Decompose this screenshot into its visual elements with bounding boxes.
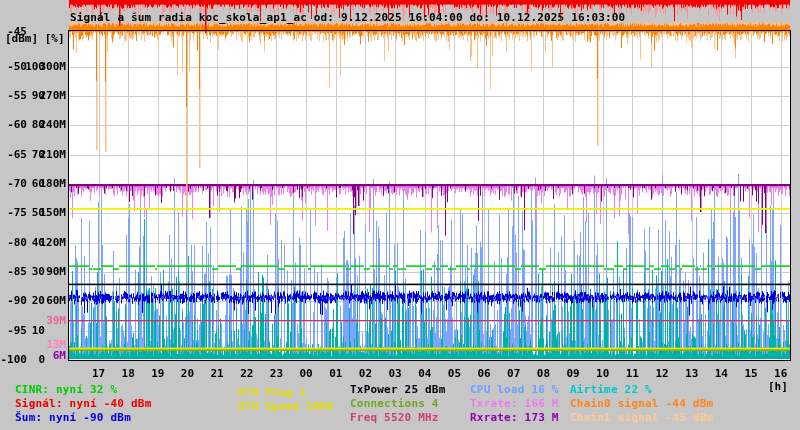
y-tick-dbm: -65: [7, 149, 27, 161]
y-axis-row: -5590270M: [0, 90, 66, 102]
x-tick-hour: 10: [588, 367, 618, 380]
x-tick-hour: 14: [706, 367, 736, 380]
y-axis-rate-marker: 6M: [6, 350, 66, 362]
x-tick-hour: 04: [410, 367, 440, 380]
radio-signal-graph-page: [dBm] [%] -45-50100300M-5590270M-6080240…: [0, 0, 800, 430]
y-tick-pct: 30: [32, 266, 45, 278]
legend-connections: Connections 4: [350, 398, 439, 410]
y-axis-row: -7550150M: [0, 207, 66, 219]
x-tick-hour: 17: [84, 367, 114, 380]
y-tick-dbm: -70: [7, 178, 27, 190]
x-tick-hour: 02: [350, 367, 380, 380]
x-tick-hour: 01: [321, 367, 351, 380]
legend-txrate: Txrate: 166 M: [470, 398, 559, 410]
legend-freq: Freq 5520 MHz: [350, 412, 439, 424]
legend-chain1: Chain1 signal -45 dBm: [570, 412, 713, 424]
x-tick-hour: 21: [202, 367, 232, 380]
y-axis-row: -902060M: [0, 295, 66, 307]
y-tick-mbit: 90M: [46, 266, 66, 278]
x-tick-hour: 13: [677, 367, 707, 380]
legend-signal: Signál: nyní -40 dBm: [15, 398, 151, 410]
x-tick-hour: 12: [647, 367, 677, 380]
legend-eth-speed: ETH Speed 1000: [238, 401, 334, 413]
y-tick-mbit: 60M: [46, 295, 66, 307]
x-tick-hour: 23: [261, 367, 291, 380]
y-axis-row: -50100300M: [0, 61, 66, 73]
x-tick-hour: 07: [499, 367, 529, 380]
y-axis-row: -6080240M: [0, 119, 66, 131]
x-tick-hour: 18: [113, 367, 143, 380]
legend-eth-plug: ETH Plug 1: [238, 387, 306, 399]
y-tick-dbm: -90: [7, 295, 27, 307]
y-tick-pct: 20: [32, 295, 45, 307]
legend-airtime: Airtime 22 %: [570, 384, 652, 396]
x-axis-unit-label: [h]: [768, 380, 788, 393]
x-tick-hour: 08: [528, 367, 558, 380]
y-axis-row: -8040120M: [0, 237, 66, 249]
legend-cinr: CINR: nyní 32 %: [15, 384, 117, 396]
legend-rxrate: Rxrate: 173 M: [470, 412, 559, 424]
y-tick-dbm: -85: [7, 266, 27, 278]
y-axis-row: -45: [0, 26, 66, 38]
y-tick-dbm: -50: [7, 61, 27, 73]
y-tick-mbit: 240M: [40, 119, 67, 131]
y-tick-dbm: -60: [7, 119, 27, 131]
x-tick-hour: 00: [291, 367, 321, 380]
legend-cpu-load: CPU load 16 %: [470, 384, 559, 396]
x-tick-hour: 20: [172, 367, 202, 380]
y-tick-mbit: 300M: [40, 61, 67, 73]
legend-chain0: Chain0 signal -44 dBm: [570, 398, 713, 410]
x-tick-hour: 19: [143, 367, 173, 380]
x-tick-hour: 09: [558, 367, 588, 380]
x-tick-hour: 03: [380, 367, 410, 380]
chart-title: Signál a šum radia koc_skola_ap1_ac od: …: [70, 11, 625, 24]
y-tick-dbm: -80: [7, 237, 27, 249]
legend-noise: Šum: nyní -90 dBm: [15, 412, 131, 424]
y-axis-rate-marker: 39M: [6, 315, 66, 327]
y-tick-mbit: 210M: [40, 149, 67, 161]
y-axis-row: -853090M: [0, 266, 66, 278]
x-tick-hour: 16: [766, 367, 796, 380]
y-tick-dbm: -45: [7, 26, 27, 38]
x-tick-hour: 11: [617, 367, 647, 380]
y-tick-dbm: -75: [7, 207, 27, 219]
y-axis-row: -7060180M: [0, 178, 66, 190]
x-tick-hour: 05: [439, 367, 469, 380]
x-tick-hour: 06: [469, 367, 499, 380]
y-axis-row: -6570210M: [0, 149, 66, 161]
y-tick-mbit: 180M: [40, 178, 67, 190]
y-tick-dbm: -55: [7, 90, 27, 102]
y-tick-mbit: 270M: [40, 90, 67, 102]
signal-noise-chart-canvas: [0, 0, 800, 430]
y-tick-mbit: 150M: [40, 207, 67, 219]
legend-txpower: TxPower 25 dBm: [350, 384, 446, 396]
y-tick-mbit: 120M: [40, 237, 67, 249]
x-tick-hour: 22: [232, 367, 262, 380]
x-tick-hour: 15: [736, 367, 766, 380]
